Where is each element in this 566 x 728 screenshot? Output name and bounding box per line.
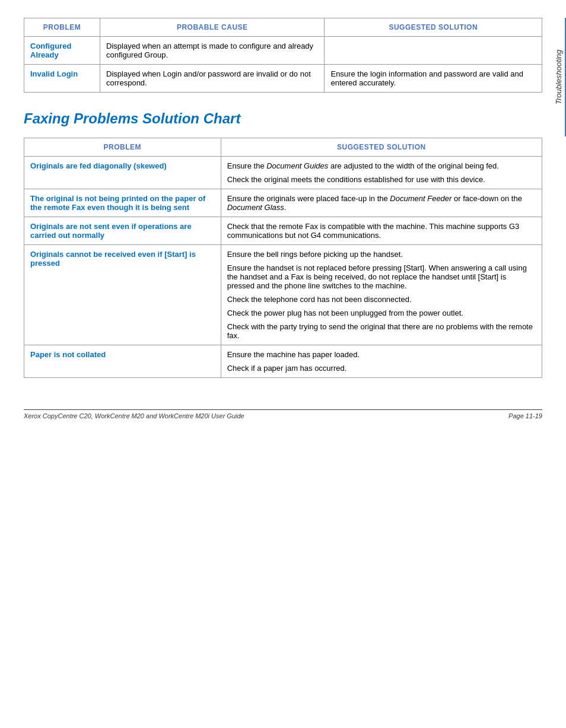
fax-problem-cell: Paper is not collated <box>24 345 221 378</box>
solution-paragraph: Check the power plug has not been unplug… <box>227 309 536 317</box>
solution-paragraph: Check with the party trying to send the … <box>227 322 536 340</box>
fax-problem-cell: Originals are fed diagonally (skewed) <box>24 157 221 189</box>
solution-paragraph: Ensure the bell rings before picking up … <box>227 250 536 259</box>
top-table-header-problem: PROBLEM <box>24 18 100 37</box>
top-solution-cell: Ensure the login information and passwor… <box>325 65 542 93</box>
table-row: Originals are not sent even if operation… <box>24 217 542 245</box>
top-cause-cell: Displayed when an attempt is made to con… <box>100 37 325 65</box>
fax-problem-cell: Originals cannot be received even if [St… <box>24 245 221 345</box>
footer-left: Xerox CopyCentre C20, WorkCentre M20 and… <box>24 412 244 419</box>
fax-problem-cell: Originals are not sent even if operation… <box>24 217 221 245</box>
table-row: Originals are fed diagonally (skewed)Ens… <box>24 157 542 189</box>
fax-solution-cell: Ensure the machine has paper loaded.Chec… <box>221 345 542 378</box>
fax-solution-cell: Ensure the originals were placed face-up… <box>221 189 542 217</box>
table-row: Invalid LoginDisplayed when Login and/or… <box>24 65 542 93</box>
fax-solution-cell: Ensure the Document Guides are adjusted … <box>221 157 542 189</box>
footer-right: Page 11-19 <box>508 412 542 419</box>
sidebar-troubleshooting-label: Troubleshooting <box>549 18 566 136</box>
top-table-header-cause: PROBABLE CAUSE <box>100 18 325 37</box>
top-table-header-solution: SUGGESTED SOLUTION <box>325 18 542 37</box>
fax-solution-cell: Check that the remote Fax is compatible … <box>221 217 542 245</box>
fax-solution-cell: Ensure the bell rings before picking up … <box>221 245 542 345</box>
solution-paragraph: Ensure the machine has paper loaded. <box>227 350 536 359</box>
solution-paragraph: Check that the remote Fax is compatible … <box>227 222 536 240</box>
solution-paragraph: Check if a paper jam has occurred. <box>227 364 536 373</box>
page-container: Troubleshooting PROBLEM PROBABLE CAUSE S… <box>0 0 566 431</box>
fax-table-header-solution: SUGGESTED SOLUTION <box>221 138 542 157</box>
section-title: Faxing Problems Solution Chart <box>24 110 542 127</box>
top-problem-cell: Invalid Login <box>24 65 100 93</box>
top-table: PROBLEM PROBABLE CAUSE SUGGESTED SOLUTIO… <box>24 18 542 93</box>
fax-table-header-problem: PROBLEM <box>24 138 221 157</box>
footer: Xerox CopyCentre C20, WorkCentre M20 and… <box>24 409 542 419</box>
table-row: Configured AlreadyDisplayed when an atte… <box>24 37 542 65</box>
solution-paragraph: Check the telephone cord has not been di… <box>227 295 536 304</box>
solution-paragraph: Ensure the handset is not replaced befor… <box>227 263 536 290</box>
fax-problem-cell: The original is not being printed on the… <box>24 189 221 217</box>
table-row: Paper is not collatedEnsure the machine … <box>24 345 542 378</box>
table-row: Originals cannot be received even if [St… <box>24 245 542 345</box>
fax-table: PROBLEM SUGGESTED SOLUTION Originals are… <box>24 138 542 378</box>
top-cause-cell: Displayed when Login and/or password are… <box>100 65 325 93</box>
solution-paragraph: Ensure the originals were placed face-up… <box>227 194 536 212</box>
top-problem-cell: Configured Already <box>24 37 100 65</box>
top-solution-cell <box>325 37 542 65</box>
solution-paragraph: Ensure the Document Guides are adjusted … <box>227 161 536 170</box>
table-row: The original is not being printed on the… <box>24 189 542 217</box>
solution-paragraph: Check the original meets the conditions … <box>227 175 536 184</box>
